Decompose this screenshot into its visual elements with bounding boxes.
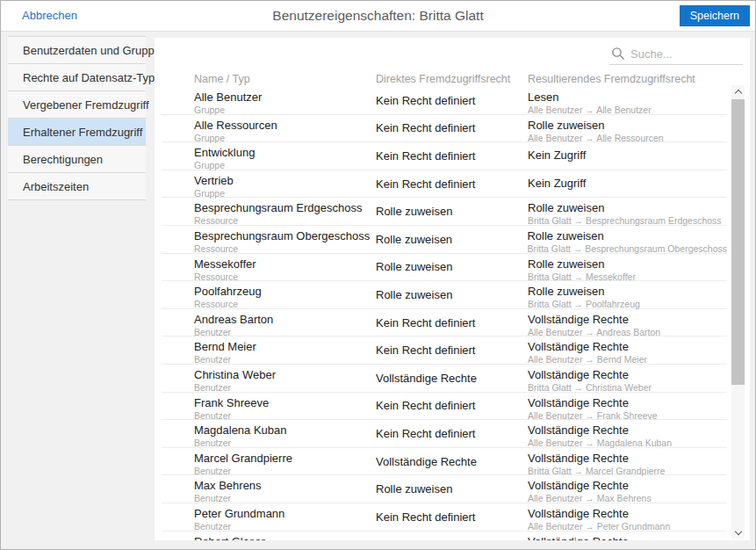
cancel-button[interactable]: Abbrechen	[22, 1, 77, 31]
row-resulting-right: Rolle zuweisen	[527, 229, 727, 242]
table-row[interactable]: Alle Ressourcen Gruppe Kein Recht defini…	[162, 115, 727, 143]
table-row[interactable]: Robert Glaser Vollständige Rechte	[162, 532, 727, 541]
sidebar-item-label: Arbeitszeiten	[23, 180, 89, 193]
column-header-name-typ: Name / Typ	[194, 73, 250, 85]
search-box[interactable]	[609, 43, 743, 65]
sidebar-item-berechtigungen[interactable]: Berechtigungen	[8, 146, 146, 173]
chevron-up-icon	[734, 90, 741, 97]
row-direct-right: Kein Recht definiert	[376, 427, 528, 440]
row-direct-right: Rolle zuweisen	[376, 260, 528, 273]
cell-name-typ: Marcel Grandpierre Benutzer	[194, 448, 376, 475]
user-properties-dialog: Benutzereigenschaften: Britta Glatt Abbr…	[0, 0, 756, 550]
cell-direct-right: Vollständige Rechte	[376, 365, 528, 392]
page-title: Benutzereigenschaften: Britta Glatt	[1, 1, 755, 31]
table-row[interactable]: Vertrieb Gruppe Kein Recht definiert Kei…	[162, 170, 727, 199]
cell-resulting-right: Kein Zugriff	[528, 170, 727, 198]
row-direct-right: Kein Recht definiert	[376, 316, 528, 329]
row-name: Alle Ressourcen	[194, 119, 376, 132]
scroll-up-button[interactable]	[731, 85, 745, 98]
cell-direct-right: Kein Recht definiert	[376, 170, 528, 198]
table-row[interactable]: Bernd Meier Benutzer Kein Recht definier…	[162, 337, 727, 365]
cell-name-typ: Frank Shreeve Benutzer	[194, 393, 376, 420]
table-row[interactable]: Marcel Grandpierre Benutzer Vollständige…	[162, 448, 727, 476]
table-row[interactable]: Poolfahrzeug Ressource Rolle zuweisen Ro…	[162, 281, 727, 309]
cell-direct-right: Kein Recht definiert	[376, 420, 528, 447]
row-direct-right: Rolle zuweisen	[376, 482, 528, 496]
cell-name-typ: Peter Grundmann Benutzer	[194, 503, 376, 531]
table-row[interactable]: Entwicklung Gruppe Kein Recht definiert …	[162, 142, 727, 170]
cell-direct-right: Rolle zuweisen	[376, 254, 528, 281]
cell-name-typ: Christina Weber Benutzer	[194, 365, 376, 392]
sidebar-item-erhaltener-fremdzugriff[interactable]: Erhaltener Fremdzugriff	[8, 119, 146, 146]
row-direct-right: Kein Recht definiert	[376, 399, 528, 412]
cell-resulting-right: Kein Zugriff	[528, 142, 727, 170]
sidebar-item-benutzerdaten-und-gruppen[interactable]: Benutzerdaten und Gruppen	[8, 37, 146, 64]
cell-resulting-right: Rolle zuweisen Britta Glatt → Besprechun…	[527, 226, 727, 253]
row-resulting-right: Rolle zuweisen	[528, 285, 727, 298]
cell-direct-right: Kein Recht definiert	[376, 503, 528, 531]
cell-name-typ: Besprechungsraum Obergeschoss Ressource	[194, 226, 376, 253]
table-row[interactable]: Frank Shreeve Benutzer Kein Recht defini…	[162, 393, 727, 421]
sidebar: Benutzerdaten und Gruppen Rechte auf Dat…	[8, 36, 146, 200]
sidebar-item-label: Rechte auf Datensatz-Typen	[23, 71, 168, 84]
sidebar-item-rechte-auf-datensatz-typen[interactable]: Rechte auf Datensatz-Typen	[8, 64, 146, 91]
table-row[interactable]: Peter Grundmann Benutzer Kein Recht defi…	[162, 503, 727, 532]
table-row[interactable]: Messekoffer Ressource Rolle zuweisen Rol…	[162, 254, 727, 282]
search-input[interactable]	[629, 47, 743, 62]
row-name: Robert Glaser	[194, 535, 376, 541]
cell-name-typ: Robert Glaser	[194, 532, 376, 541]
row-direct-right: Kein Recht definiert	[376, 94, 528, 107]
row-direct-right: Rolle zuweisen	[376, 288, 528, 301]
row-direct-right: Kein Recht definiert	[376, 149, 528, 163]
cell-name-typ: Max Behrens Benutzer	[194, 475, 376, 503]
save-button[interactable]: Speichern	[680, 5, 750, 26]
cell-name-typ: Alle Ressourcen Gruppe	[194, 115, 376, 142]
scroll-down-button[interactable]	[731, 525, 745, 539]
cell-direct-right: Rolle zuweisen	[376, 226, 528, 253]
cell-resulting-right: Vollständige Rechte	[528, 532, 727, 541]
table-row[interactable]: Magdalena Kuban Benutzer Kein Recht defi…	[162, 420, 727, 448]
table-row[interactable]: Besprechungsraum Obergeschoss Ressource …	[162, 226, 727, 254]
row-name: Andreas Barton	[194, 313, 376, 326]
row-name: Max Behrens	[194, 479, 376, 492]
table-row[interactable]: Alle Benutzer Gruppe Kein Recht definier…	[162, 87, 727, 115]
table-row[interactable]: Max Behrens Benutzer Rolle zuweisen Voll…	[162, 475, 727, 503]
sidebar-item-arbeitszeiten[interactable]: Arbeitszeiten	[8, 173, 146, 200]
table-row[interactable]: Besprechungsraum Erdgeschoss Ressource R…	[162, 198, 727, 226]
row-resulting-right: Vollständige Rechte	[528, 479, 727, 492]
cell-resulting-right: Lesen Alle Benutzer → Alle Benutzer	[528, 87, 727, 114]
table-header: Name / Typ Direktes Fremdzugriffsrecht R…	[155, 73, 750, 87]
main-panel: Name / Typ Direktes Fremdzugriffsrecht R…	[155, 38, 750, 540]
cell-resulting-right: Vollständige Rechte Alle Benutzer → Pete…	[528, 503, 727, 531]
cell-resulting-right: Vollständige Rechte Alle Benutzer → Magd…	[528, 420, 727, 447]
row-direct-right: Vollständige Rechte	[376, 455, 528, 468]
row-direct-right: Kein Recht definiert	[376, 121, 528, 134]
cell-resulting-right: Rolle zuweisen Alle Benutzer → Alle Ress…	[528, 115, 727, 142]
vertical-scrollbar[interactable]	[731, 85, 745, 539]
row-name: Messekoffer	[194, 257, 376, 271]
sidebar-item-label: Erhaltener Fremdzugriff	[23, 126, 142, 139]
sidebar-item-label: Berechtigungen	[23, 153, 103, 166]
column-header-resulting-right: Resultierendes Fremdzugriffsrecht	[528, 73, 695, 85]
row-direct-right: Kein Recht definiert	[376, 177, 528, 191]
scrollbar-thumb[interactable]	[731, 99, 745, 385]
row-resulting-right: Kein Zugriff	[528, 177, 727, 190]
cell-direct-right: Rolle zuweisen	[376, 281, 528, 308]
row-resulting-right: Lesen	[528, 90, 727, 104]
sidebar-item-vergebener-fremdzugriff[interactable]: Vergebener Fremdzugriff	[8, 91, 146, 119]
row-resulting-right: Vollständige Rechte	[528, 423, 727, 437]
cell-resulting-right: Vollständige Rechte Alle Benutzer → Max …	[528, 475, 727, 503]
cell-direct-right	[376, 532, 528, 541]
table-body: Alle Benutzer Gruppe Kein Recht definier…	[155, 87, 750, 540]
cell-direct-right: Kein Recht definiert	[376, 142, 528, 170]
table-row[interactable]: Christina Weber Benutzer Vollständige Re…	[162, 365, 727, 393]
cell-direct-right: Rolle zuweisen	[376, 475, 528, 503]
row-resulting-right: Rolle zuweisen	[528, 201, 727, 214]
cell-direct-right: Kein Recht definiert	[376, 115, 528, 142]
row-direct-right: Rolle zuweisen	[376, 233, 528, 246]
row-name: Christina Weber	[194, 368, 376, 381]
row-resulting-right: Vollständige Rechte	[528, 452, 727, 465]
cell-resulting-right: Vollständige Rechte Alle Benutzer → Fran…	[528, 393, 727, 420]
table-row[interactable]: Andreas Barton Benutzer Kein Recht defin…	[162, 309, 727, 337]
row-name: Poolfahrzeug	[194, 285, 376, 298]
